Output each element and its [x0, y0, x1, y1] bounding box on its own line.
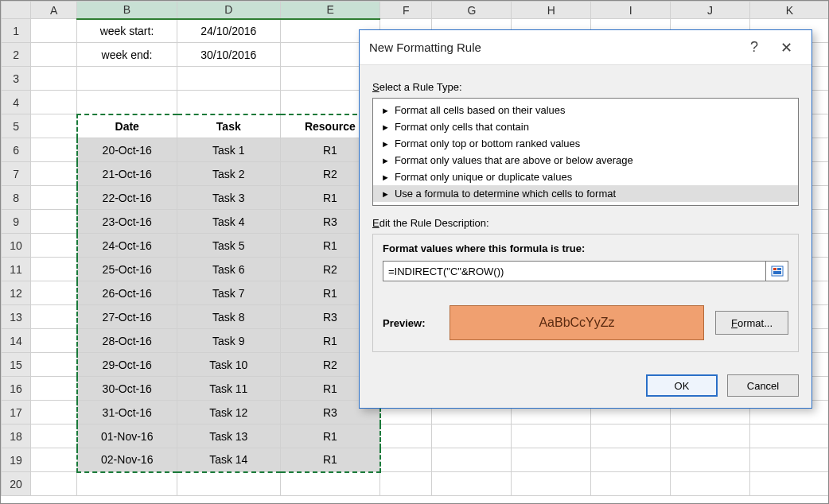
row-header[interactable]: 12	[2, 281, 31, 305]
row-header[interactable]: 4	[2, 91, 31, 114]
row-header[interactable]: 15	[2, 353, 31, 377]
cell-task[interactable]: Task 2	[177, 162, 280, 186]
cell[interactable]	[177, 67, 280, 91]
formula-input[interactable]	[383, 261, 766, 281]
format-button[interactable]: Format...	[715, 311, 788, 335]
cell-date[interactable]: 01-Nov-16	[77, 425, 177, 448]
cell-task[interactable]: Task 5	[177, 234, 280, 258]
cell[interactable]	[432, 472, 512, 496]
row-header[interactable]: 8	[2, 186, 31, 210]
cell-date[interactable]: 25-Oct-16	[77, 258, 177, 281]
cell-task[interactable]: Task 14	[177, 448, 280, 472]
cell[interactable]	[750, 472, 830, 496]
cancel-button[interactable]: Cancel	[727, 374, 799, 397]
cell[interactable]	[31, 114, 77, 138]
close-button[interactable]: ✕	[770, 39, 802, 56]
col-header[interactable]: B	[77, 2, 177, 19]
col-header[interactable]: D	[177, 2, 280, 19]
cell[interactable]	[380, 425, 432, 448]
rule-type-item[interactable]: ►Format all cells based on their values	[373, 102, 798, 118]
cell[interactable]	[280, 472, 379, 496]
cell[interactable]	[31, 448, 77, 472]
cell[interactable]	[77, 91, 177, 114]
cell[interactable]	[380, 472, 432, 496]
cell[interactable]	[31, 425, 77, 448]
cell-date[interactable]: 30-Oct-16	[77, 377, 177, 401]
rule-type-item[interactable]: ►Format only unique or duplicate values	[373, 169, 798, 185]
collapse-dialog-button[interactable]	[766, 261, 788, 281]
cell-task[interactable]: Task 13	[177, 425, 280, 448]
cell-date[interactable]: 31-Oct-16	[77, 401, 177, 425]
cell[interactable]	[750, 448, 830, 472]
col-header[interactable]: F	[380, 2, 432, 19]
cell-resource[interactable]: R1	[280, 448, 379, 472]
cell-date[interactable]: 22-Oct-16	[77, 186, 177, 210]
cell[interactable]	[31, 258, 77, 281]
cell[interactable]	[671, 448, 750, 472]
cell[interactable]	[31, 91, 77, 114]
cell-task[interactable]: Task 7	[177, 281, 280, 305]
help-button[interactable]: ?	[738, 39, 770, 56]
cell[interactable]	[591, 448, 671, 472]
rule-type-list[interactable]: ►Format all cells based on their values►…	[372, 98, 799, 206]
cell-date[interactable]: 20-Oct-16	[77, 138, 177, 162]
cell-task[interactable]: Task 6	[177, 258, 280, 281]
cell[interactable]	[31, 472, 77, 496]
cell[interactable]	[432, 448, 512, 472]
cell[interactable]	[512, 425, 591, 448]
cell[interactable]	[31, 377, 77, 401]
col-header[interactable]: A	[31, 2, 77, 19]
cell-week-end-label[interactable]: week end:	[77, 43, 177, 67]
col-header[interactable]: H	[512, 2, 591, 19]
cell[interactable]	[432, 425, 512, 448]
cell[interactable]	[671, 472, 750, 496]
row-header[interactable]: 1	[2, 19, 31, 43]
cell-date[interactable]: 23-Oct-16	[77, 210, 177, 234]
cell-header-task[interactable]: Task	[177, 114, 280, 138]
col-header[interactable]: G	[432, 2, 512, 19]
cell[interactable]	[31, 210, 77, 234]
row-header[interactable]: 17	[2, 401, 31, 425]
cell-date[interactable]: 27-Oct-16	[77, 305, 177, 329]
cell[interactable]	[31, 43, 77, 67]
rule-type-item[interactable]: ►Use a formula to determine which cells …	[373, 185, 798, 202]
cell[interactable]	[380, 448, 432, 472]
cell[interactable]	[31, 138, 77, 162]
cell-task[interactable]: Task 3	[177, 186, 280, 210]
cell[interactable]	[31, 353, 77, 377]
cell-date[interactable]: 24-Oct-16	[77, 234, 177, 258]
cell[interactable]	[177, 91, 280, 114]
cell-week-start-label[interactable]: week start:	[77, 19, 177, 43]
cell[interactable]	[77, 472, 177, 496]
cell-task[interactable]: Task 1	[177, 138, 280, 162]
cell-task[interactable]: Task 12	[177, 401, 280, 425]
cell-week-start-value[interactable]: 24/10/2016	[177, 19, 280, 43]
cell[interactable]	[31, 67, 77, 91]
cell-date[interactable]: 02-Nov-16	[77, 448, 177, 472]
row-header[interactable]: 16	[2, 377, 31, 401]
cell-task[interactable]: Task 10	[177, 353, 280, 377]
cell[interactable]	[77, 67, 177, 91]
row-header[interactable]: 3	[2, 67, 31, 91]
cell[interactable]	[31, 162, 77, 186]
row-header[interactable]: 13	[2, 305, 31, 329]
row-header[interactable]: 7	[2, 162, 31, 186]
select-all-corner[interactable]	[2, 2, 31, 19]
cell[interactable]	[31, 186, 77, 210]
row-header[interactable]: 6	[2, 138, 31, 162]
cell-header-date[interactable]: Date	[77, 114, 177, 138]
col-header[interactable]: J	[671, 2, 750, 19]
row-header[interactable]: 18	[2, 425, 31, 448]
ok-button[interactable]: OK	[646, 374, 718, 397]
row-header[interactable]: 9	[2, 210, 31, 234]
rule-type-item[interactable]: ►Format only values that are above or be…	[373, 152, 798, 169]
col-header[interactable]: E	[280, 2, 379, 19]
cell[interactable]	[31, 401, 77, 425]
cell[interactable]	[31, 329, 77, 353]
cell[interactable]	[31, 281, 77, 305]
cell-date[interactable]: 26-Oct-16	[77, 281, 177, 305]
cell[interactable]	[750, 425, 830, 448]
cell-date[interactable]: 21-Oct-16	[77, 162, 177, 186]
cell-task[interactable]: Task 8	[177, 305, 280, 329]
cell-week-end-value[interactable]: 30/10/2016	[177, 43, 280, 67]
